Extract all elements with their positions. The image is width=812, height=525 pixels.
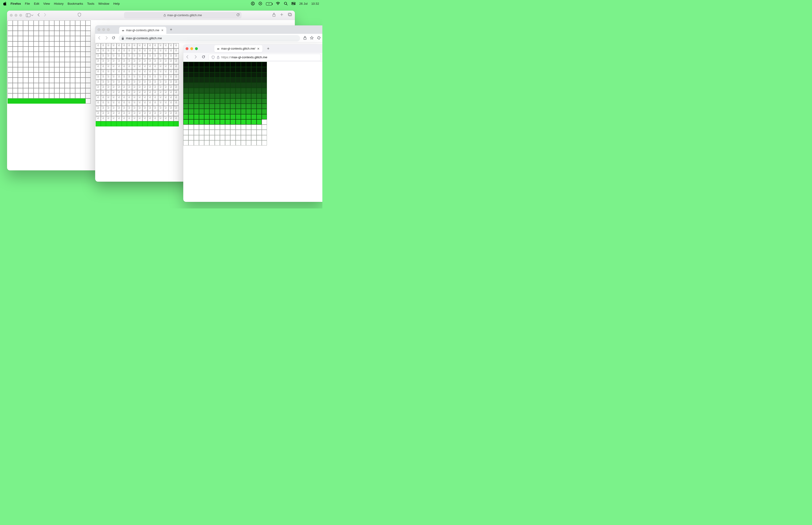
grid-cell [148, 121, 153, 126]
firefox-back-button[interactable] [186, 55, 189, 59]
grid-cell [117, 116, 122, 121]
firefox-window-controls[interactable] [186, 47, 212, 50]
firefox-forward-button[interactable] [194, 55, 197, 59]
wifi-icon[interactable] [276, 2, 280, 5]
svg-point-3 [277, 4, 278, 5]
grid-cell [101, 43, 106, 48]
safari-shield-icon[interactable] [78, 13, 81, 18]
screenrec-icon[interactable] [258, 2, 262, 5]
grid-cell [158, 48, 163, 54]
grid-cell [70, 72, 75, 77]
grid-cell [209, 140, 215, 146]
grid-cell [96, 100, 101, 106]
grid-cell [142, 54, 148, 59]
menu-bookmarks[interactable]: Bookmarks [68, 2, 83, 5]
grid-cell [101, 111, 106, 116]
control-center-icon[interactable] [291, 2, 295, 5]
menu-history[interactable]: History [54, 2, 64, 5]
grid-cell [257, 72, 262, 77]
chrome-bookmark-icon[interactable] [310, 36, 314, 41]
grid-cell [241, 109, 246, 114]
safari-address-bar[interactable]: max-gl-contexts.glitch.me [124, 12, 242, 18]
chrome-forward-button[interactable] [105, 36, 108, 41]
grid-cell [137, 48, 142, 54]
chrome-tab-active[interactable]: ∞ max-gl-contexts.glitch.me ✕ [119, 27, 166, 34]
grid-cell [80, 20, 86, 26]
menubar-time[interactable]: 10:32 [311, 2, 319, 5]
grid-cell [183, 99, 188, 104]
safari-forward-button[interactable] [44, 13, 47, 17]
firefox-address-bar[interactable]: https://max-gl-contexts.glitch.me [209, 54, 321, 61]
grid-cell [209, 83, 215, 88]
menu-tools[interactable]: Tools [87, 2, 94, 5]
safari-back-button[interactable] [37, 13, 40, 17]
grid-cell [70, 41, 75, 46]
safari-newtab-icon[interactable] [280, 13, 284, 18]
chrome-address-bar[interactable]: max-gl-contexts.glitch.me [119, 35, 300, 42]
chrome-window-controls[interactable] [97, 28, 119, 31]
grid-cell [148, 116, 153, 121]
grid-cell [54, 67, 59, 72]
grid-cell [101, 95, 106, 100]
menu-file[interactable]: File [25, 2, 30, 5]
grid-cell [18, 99, 23, 104]
grid-cell [215, 104, 220, 109]
safari-reload-icon[interactable] [236, 13, 240, 17]
battery-icon[interactable]: ⚡︎ [266, 2, 272, 5]
chrome-share-icon[interactable] [303, 36, 307, 41]
safari-share-icon[interactable] [272, 13, 276, 18]
firefox-reload-button[interactable] [202, 55, 205, 59]
grid-cell [65, 36, 70, 41]
grid-cell [262, 99, 267, 104]
menu-edit[interactable]: Edit [34, 2, 39, 5]
svg-rect-16 [122, 38, 124, 40]
svg-point-0 [251, 2, 255, 5]
grid-cell [117, 75, 122, 80]
safari-sidebar-toggle[interactable] [26, 13, 33, 17]
grid-cell [158, 121, 163, 126]
grid-cell [127, 75, 132, 80]
svg-line-5 [287, 4, 287, 5]
close-icon[interactable]: ✕ [161, 29, 164, 32]
menu-help[interactable]: Help [113, 2, 120, 5]
menu-view[interactable]: View [43, 2, 50, 5]
grid-cell [18, 77, 23, 83]
grid-cell [246, 93, 251, 99]
grid-cell [70, 77, 75, 83]
grid-cell [23, 88, 28, 93]
grid-cell [204, 62, 209, 67]
chrome-extensions-icon[interactable] [317, 36, 321, 41]
grid-cell [251, 104, 256, 109]
chrome-back-button[interactable] [97, 36, 101, 41]
grid-cell [153, 85, 158, 90]
safari-taboverview-icon[interactable] [288, 13, 292, 18]
grid-cell [127, 121, 132, 126]
grid-cell [188, 77, 194, 83]
chrome-newtab-button[interactable]: + [168, 26, 174, 33]
grid-cell [220, 99, 225, 104]
menu-window[interactable]: Window [98, 2, 109, 5]
grid-cell [199, 130, 204, 135]
active-app-name[interactable]: Firefox [11, 2, 21, 5]
grid-cell [137, 64, 142, 69]
grammarly-icon[interactable] [251, 2, 255, 5]
grid-cell [70, 26, 75, 31]
grid-cell [225, 104, 230, 109]
firefox-tab-active[interactable]: ∞ max-gl-contexts.glitch.me/ ✕ [214, 45, 262, 52]
close-icon[interactable]: ✕ [257, 47, 260, 50]
grid-cell [262, 124, 267, 130]
apple-menu-icon[interactable] [3, 2, 6, 5]
firefox-newtab-button[interactable]: + [265, 45, 271, 52]
grid-cell [86, 93, 91, 99]
grid-cell [262, 109, 267, 114]
grid-cell [49, 57, 54, 62]
grid-cell [18, 93, 23, 99]
spotlight-icon[interactable] [284, 2, 288, 5]
chrome-reload-button[interactable] [112, 36, 116, 41]
grid-cell [13, 93, 18, 99]
menubar-date[interactable]: 26 Jul [299, 2, 308, 5]
safari-window-controls[interactable] [10, 14, 22, 17]
grid-cell [59, 93, 65, 99]
grid-cell [220, 88, 225, 93]
svg-point-7 [292, 3, 292, 3]
